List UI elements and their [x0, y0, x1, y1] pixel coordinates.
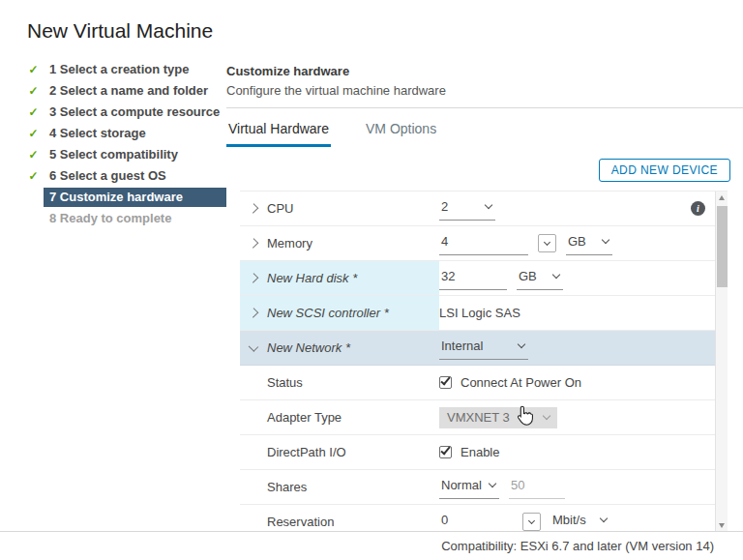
caret-down-icon — [600, 514, 608, 521]
caret-down-icon — [543, 412, 550, 420]
caret-down-icon — [489, 479, 496, 486]
check-icon: ✓ — [27, 169, 40, 183]
reservation-unit-value: Mbit/s — [552, 513, 586, 527]
sidebar-step-2[interactable]: ✓ 2 Select a name and folder — [0, 80, 226, 102]
chevron-right-icon[interactable] — [249, 203, 259, 214]
caret-down-icon — [602, 235, 609, 243]
row-label: Adapter Type — [267, 410, 342, 425]
sidebar-step-8: 8 Ready to complete — [0, 208, 226, 229]
sidebar-step-7-active[interactable]: 7 Customize hardware — [0, 187, 226, 208]
row-hard-disk-control-zone: GB — [439, 261, 715, 295]
sidebar-step-5[interactable]: ✓ 5 Select compatibility — [0, 144, 226, 165]
content-heading: Customize hardware — [226, 64, 743, 78]
scroll-up-button[interactable] — [716, 192, 728, 204]
info-icon[interactable]: i — [691, 201, 705, 216]
chevron-right-icon[interactable] — [249, 308, 259, 318]
check-icon: ✓ — [27, 148, 40, 162]
row-scsi-control-zone: LSI Logic SAS — [439, 296, 715, 330]
sidebar-step-3[interactable]: ✓ 3 Select a compute resource — [0, 102, 226, 123]
sidebar-step-6[interactable]: ✓ 6 Select a guest OS — [0, 165, 226, 187]
scsi-controller-value: LSI Logic SAS — [439, 306, 520, 320]
row-cpu[interactable]: CPU 2 i — [240, 192, 715, 226]
adapter-type-value: VMXNET 3 — [447, 410, 510, 425]
caret-down-icon — [518, 339, 525, 347]
scrollbar-thumb[interactable] — [717, 206, 728, 287]
step-label: 2 Select a name and folder — [44, 81, 226, 101]
sidebar-step-1[interactable]: ✓ 1 Select a creation type — [0, 59, 226, 80]
step-label: 1 Select a creation type — [44, 60, 226, 79]
row-shares: Shares Normal — [240, 470, 715, 505]
chevron-right-icon[interactable] — [249, 238, 259, 249]
row-label: Shares — [267, 480, 307, 494]
row-label: New Hard disk * — [267, 271, 357, 285]
row-adapter-label-zone: Adapter Type — [240, 400, 439, 434]
reservation-unit-select[interactable]: Mbit/s — [550, 511, 610, 533]
row-new-hard-disk[interactable]: New Hard disk * GB — [240, 261, 715, 296]
wizard-title: New Virtual Machine — [0, 0, 743, 44]
caret-down-icon — [528, 517, 535, 524]
memory-size-stepper[interactable] — [538, 234, 556, 252]
step-label: 3 Select a compute resource — [44, 103, 226, 122]
row-status-control-zone: Connect At Power On — [439, 366, 715, 399]
step-label: 6 Select a guest OS — [44, 166, 226, 186]
row-status-label-zone: Status — [240, 366, 439, 399]
chevron-right-icon[interactable] — [249, 273, 259, 283]
row-adapter-control-zone: VMXNET 3 — [439, 400, 715, 434]
checkbox-label: Enable — [461, 445, 499, 459]
directpath-enable-checkbox[interactable] — [439, 446, 452, 458]
hard-disk-size-input[interactable] — [439, 267, 507, 290]
chevron-down-icon[interactable] — [249, 341, 259, 352]
connect-at-power-on-checkbox[interactable] — [439, 376, 452, 389]
row-scsi-label-zone: New SCSI controller * — [240, 296, 439, 330]
reservation-stepper[interactable] — [522, 513, 541, 531]
checkbox-label: Connect At Power On — [461, 375, 581, 390]
row-shares-label-zone: Shares — [240, 470, 439, 504]
cpu-count-value: 2 — [441, 199, 448, 214]
add-new-device-button[interactable]: ADD NEW DEVICE — [599, 159, 730, 182]
reservation-input[interactable] — [439, 511, 513, 533]
sidebar-step-4[interactable]: ✓ 4 Select storage — [0, 123, 226, 144]
network-select[interactable]: Internal — [439, 337, 528, 360]
step-label: 5 Select compatibility — [44, 145, 226, 164]
shares-custom-input — [509, 476, 565, 499]
shares-level-select[interactable]: Normal — [439, 476, 499, 499]
caret-down-icon — [552, 270, 560, 278]
row-reservation: Reservation Mbit/s — [240, 505, 715, 532]
hard-disk-unit-select[interactable]: GB — [517, 267, 563, 290]
wizard-steps-sidebar: ✓ 1 Select a creation type ✓ 2 Select a … — [0, 59, 226, 532]
step-label: 4 Select storage — [44, 124, 226, 143]
row-new-scsi-controller[interactable]: New SCSI controller * LSI Logic SAS — [240, 296, 715, 331]
scrollbar[interactable] — [715, 192, 728, 532]
tab-virtual-hardware[interactable]: Virtual Hardware — [226, 114, 331, 147]
new-vm-wizard-dialog: New Virtual Machine ✓ 1 Select a creatio… — [0, 0, 743, 560]
adapter-type-select[interactable]: VMXNET 3 — [439, 407, 557, 428]
tab-vm-options[interactable]: VM Options — [364, 114, 438, 147]
triangle-up-icon — [719, 195, 725, 200]
row-cpu-label-zone: CPU — [240, 192, 439, 225]
row-memory[interactable]: Memory GB — [240, 226, 715, 261]
row-new-network[interactable]: New Network * Internal — [240, 331, 715, 366]
row-memory-control-zone: GB — [439, 226, 715, 260]
memory-unit-select[interactable]: GB — [566, 232, 612, 255]
compatibility-text: Compatibility: ESXi 6.7 and later (VM ve… — [441, 539, 714, 553]
row-network-label-zone: New Network * — [240, 331, 439, 365]
row-hard-disk-label-zone: New Hard disk * — [240, 261, 439, 295]
check-icon — [440, 375, 450, 386]
toolbar: ADD NEW DEVICE — [226, 159, 730, 182]
row-network-status: Status Connect At Power On — [240, 366, 715, 400]
check-icon: ✓ — [27, 105, 40, 119]
network-value: Internal — [441, 339, 483, 353]
check-icon — [440, 445, 450, 456]
header-divider — [226, 107, 743, 108]
caret-down-icon — [485, 200, 492, 208]
cpu-count-select[interactable]: 2 — [439, 197, 495, 221]
memory-size-input[interactable] — [439, 232, 528, 255]
row-cpu-control-zone: 2 i — [439, 192, 715, 225]
row-label: DirectPath I/O — [267, 445, 346, 459]
row-label: New SCSI controller * — [267, 306, 389, 320]
step-label: 8 Ready to complete — [44, 209, 226, 228]
row-directpath-label-zone: DirectPath I/O — [240, 435, 439, 469]
row-network-control-zone: Internal — [439, 331, 715, 365]
row-directpath-io: DirectPath I/O Enable — [240, 435, 715, 470]
shares-level-value: Normal — [441, 478, 482, 492]
